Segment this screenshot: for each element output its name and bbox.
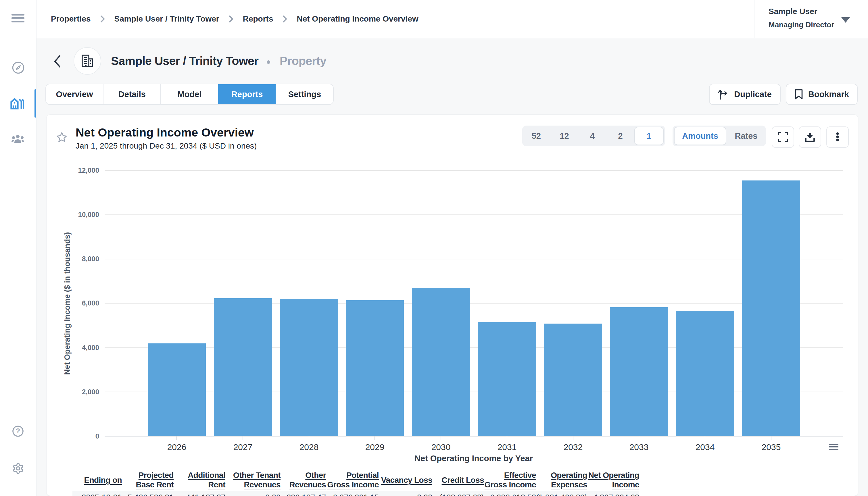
svg-text:2033: 2033 xyxy=(630,442,649,452)
svg-text:6,000: 6,000 xyxy=(82,299,99,307)
svg-text:Net Operating Income ($ in tho: Net Operating Income ($ in thousands) xyxy=(63,232,72,375)
svg-text:2031: 2031 xyxy=(497,442,517,452)
svg-text:4,000: 4,000 xyxy=(82,344,99,352)
svg-text:2027: 2027 xyxy=(233,442,253,452)
svg-text:0: 0 xyxy=(95,432,99,440)
svg-text:2028: 2028 xyxy=(299,442,319,452)
svg-text:10,000: 10,000 xyxy=(78,211,99,218)
svg-text:2026: 2026 xyxy=(167,442,187,452)
svg-text:?: ? xyxy=(16,427,20,435)
svg-text:2029: 2029 xyxy=(365,442,385,452)
svg-text:2034: 2034 xyxy=(696,442,715,452)
svg-text:2,000: 2,000 xyxy=(82,388,99,396)
svg-text:2030: 2030 xyxy=(431,442,451,452)
svg-text:Net Operating Income by Year: Net Operating Income by Year xyxy=(415,454,533,463)
svg-text:8,000: 8,000 xyxy=(82,255,99,263)
svg-text:12,000: 12,000 xyxy=(78,166,99,174)
svg-text:2035: 2035 xyxy=(762,442,781,452)
svg-text:2032: 2032 xyxy=(564,442,583,452)
